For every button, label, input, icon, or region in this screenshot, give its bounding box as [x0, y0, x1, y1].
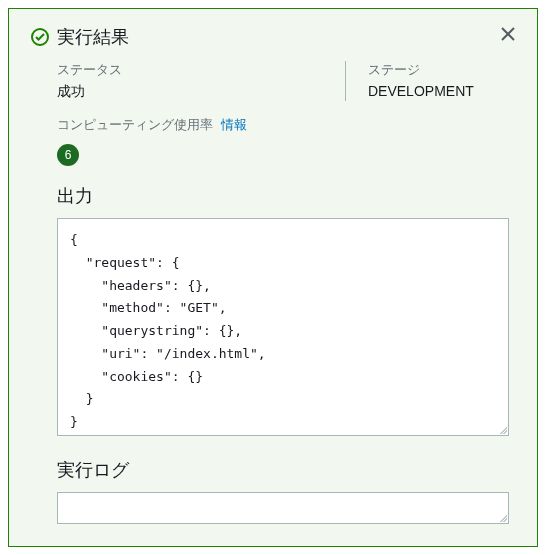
panel-title: 実行結果	[57, 25, 129, 49]
compute-usage-badge: 6	[57, 144, 79, 166]
stage-column: ステージ DEVELOPMENT	[345, 61, 515, 101]
resize-handle-icon	[495, 422, 507, 434]
info-link[interactable]: 情報	[221, 117, 247, 132]
log-textarea[interactable]	[57, 492, 509, 524]
close-icon	[501, 27, 515, 41]
output-content: { "request": { "headers": {}, "method": …	[70, 232, 266, 429]
stage-label: ステージ	[368, 61, 515, 79]
meta-row: ステータス 成功 ステージ DEVELOPMENT	[57, 61, 515, 101]
resize-handle-icon	[495, 510, 507, 522]
compute-usage-label: コンピューティング使用率	[57, 117, 213, 132]
status-column: ステータス 成功	[57, 61, 345, 101]
stage-value: DEVELOPMENT	[368, 83, 515, 99]
log-section-title: 実行ログ	[57, 458, 515, 482]
execution-result-panel: 実行結果 ステータス 成功 ステージ DEVELOPMENT コンピューティング…	[8, 8, 538, 547]
status-label: ステータス	[57, 61, 345, 79]
header-row: 実行結果	[31, 25, 515, 49]
status-value: 成功	[57, 83, 345, 101]
compute-row: コンピューティング使用率 情報	[57, 115, 515, 134]
success-check-icon	[31, 28, 49, 46]
close-button[interactable]	[497, 23, 519, 45]
output-section-title: 出力	[57, 184, 515, 208]
output-textarea[interactable]: { "request": { "headers": {}, "method": …	[57, 218, 509, 436]
